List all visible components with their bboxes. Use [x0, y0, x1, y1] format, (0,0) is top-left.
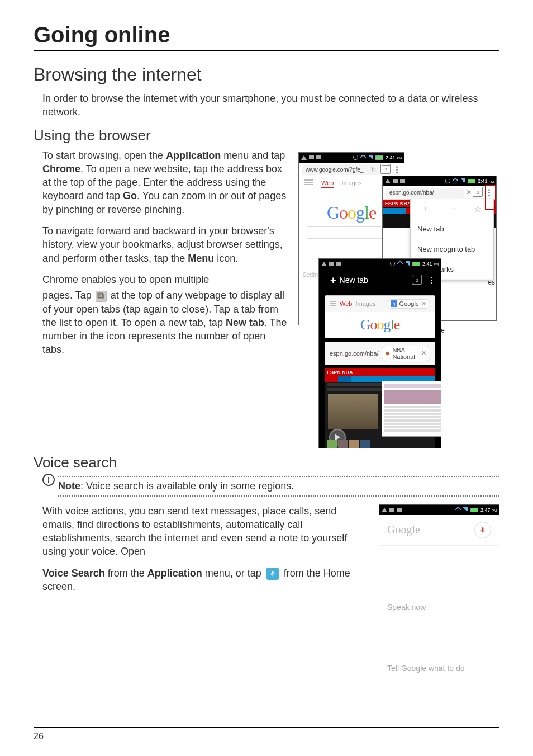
thumb-icon: [338, 440, 348, 448]
back-icon[interactable]: ←: [422, 204, 431, 214]
url-text: www.google.com/?gfe_: [306, 167, 363, 173]
status-time: 2:47 PM: [480, 507, 497, 513]
status-bar: 2:41 PM: [383, 176, 496, 186]
voice-search-word: Voice Search: [42, 568, 105, 579]
sync-icon: [353, 155, 358, 160]
status-bar: 2:41 PM: [319, 259, 441, 269]
url-text: espn.go.com/nba/: [389, 190, 434, 196]
text: To navigate forward and backward in your…: [42, 225, 283, 264]
address-row: espn.go.com/nba/ ✕ 2: [383, 186, 496, 200]
close-icon[interactable]: ✕: [421, 300, 426, 308]
voice-para-2: Voice Search from the Application menu, …: [42, 566, 360, 594]
star-icon[interactable]: ☆: [474, 204, 482, 214]
images-tab[interactable]: Images: [341, 179, 361, 188]
speak-now-label: Speak now: [379, 596, 499, 618]
menu-incognito[interactable]: New incognito tab: [411, 239, 493, 259]
text: from the: [105, 568, 147, 579]
note-box: ! Note: Voice search is available only i…: [34, 476, 499, 497]
voice-search-screenshot: 2:47 PM Google Speak now Tell Google wha…: [379, 504, 499, 688]
open-tab-google[interactable]: Web Images gGoogle✕ Google: [325, 295, 435, 338]
images-tab: Images: [355, 300, 375, 307]
partial-text-es: es: [488, 278, 495, 286]
mail-icon: [393, 179, 398, 183]
newtab-word: New tab: [226, 317, 264, 328]
menu-icon[interactable]: [427, 277, 435, 284]
note-label: Note: [58, 480, 80, 492]
battery-icon: [375, 155, 383, 160]
signal-icon: [463, 507, 468, 512]
intro-paragraph: In order to browse the internet with you…: [42, 92, 499, 119]
signal-icon: [405, 261, 410, 266]
mail-icon: [329, 262, 334, 266]
menu-icon[interactable]: [393, 166, 401, 173]
wifi-icon: [454, 506, 462, 514]
close-icon[interactable]: ✕: [466, 188, 472, 196]
thumb-icon: [349, 440, 359, 448]
address-input[interactable]: www.google.com/?gfe_ ↻: [302, 164, 379, 175]
note-alert-icon: !: [42, 474, 55, 486]
picture-icon: [400, 179, 405, 183]
voice-para-1: With voice actions, you can send text me…: [42, 504, 360, 559]
picture-icon: [316, 155, 321, 159]
voice-search-heading: Voice search: [34, 454, 499, 471]
menu-icon[interactable]: [485, 189, 493, 196]
browser-para-4: pages. Tap 2 at the top of any webpage t…: [42, 289, 287, 356]
svg-text:2: 2: [99, 294, 101, 297]
tabs-icon[interactable]: 2: [474, 188, 483, 197]
text: pages. Tap: [42, 290, 94, 301]
battery-icon: [412, 262, 420, 266]
tabs-icon: 2: [96, 291, 107, 302]
mail-icon: [309, 155, 314, 159]
refresh-icon[interactable]: ↻: [371, 166, 376, 173]
svg-point-5: [386, 351, 390, 355]
close-icon[interactable]: ✕: [421, 349, 426, 357]
picture-icon: [397, 508, 402, 512]
open-tab-nba[interactable]: espn.go.com/nba/ NBA - National✕: [325, 342, 435, 365]
forward-icon[interactable]: →: [448, 204, 457, 214]
text: icon.: [214, 253, 238, 264]
note-text: : Voice search is available only in some…: [80, 480, 294, 492]
text: menu, or tap: [202, 568, 264, 579]
warning-icon: [382, 508, 387, 512]
warning-icon: [385, 179, 391, 183]
warning-icon: [301, 155, 307, 160]
new-tab-button[interactable]: +New tab: [325, 271, 374, 290]
status-time: 2:41 PM: [422, 261, 439, 267]
application-word: Application: [166, 150, 221, 161]
google-favicon-icon: g: [391, 300, 397, 307]
address-input[interactable]: espn.go.com/nba/: [386, 188, 464, 197]
wifi-icon: [396, 260, 404, 268]
browser-screenshots-figure: 2:41 PM www.google.com/?gfe_ ↻ 2 Web Ima…: [298, 152, 499, 448]
battery-icon: [470, 508, 478, 512]
menu-word: Menu: [188, 253, 214, 264]
tabs-icon[interactable]: 2: [413, 276, 422, 285]
thumb-icon: [327, 440, 337, 448]
status-time: 2:41 PM: [478, 178, 494, 184]
browser-para-2: To navigate forward and backward in your…: [42, 224, 287, 265]
chrome-word: Chrome: [42, 163, 80, 174]
title-underline: [34, 50, 499, 51]
web-tab[interactable]: Web: [321, 179, 334, 188]
tabs-icon[interactable]: 2: [382, 165, 391, 174]
screenshot-open-tabs: 2:41 PM +New tab 2: [318, 258, 441, 448]
espn-hero-image: [328, 394, 378, 429]
warning-icon: [321, 262, 327, 266]
menu-new-tab[interactable]: New tab: [411, 219, 493, 239]
go-word: Go: [123, 190, 137, 201]
status-bar: 2:41 PM: [299, 153, 404, 163]
page-number: 26: [34, 727, 499, 741]
sync-icon: [445, 178, 450, 183]
wifi-icon: [451, 177, 459, 185]
battery-icon: [468, 179, 475, 183]
mic-button[interactable]: [474, 522, 491, 538]
mail-icon: [389, 508, 394, 512]
thumb-icon: [360, 440, 370, 448]
sync-icon: [390, 261, 395, 266]
svg-text:g: g: [392, 301, 394, 306]
mic-icon: [266, 568, 279, 580]
partial-text-e: e: [441, 327, 445, 334]
hamburger-icon[interactable]: [304, 179, 313, 188]
google-label: Google: [387, 523, 420, 536]
tab-title: Google: [399, 300, 419, 307]
espn-header-bar: ESPN NBA: [325, 368, 435, 376]
